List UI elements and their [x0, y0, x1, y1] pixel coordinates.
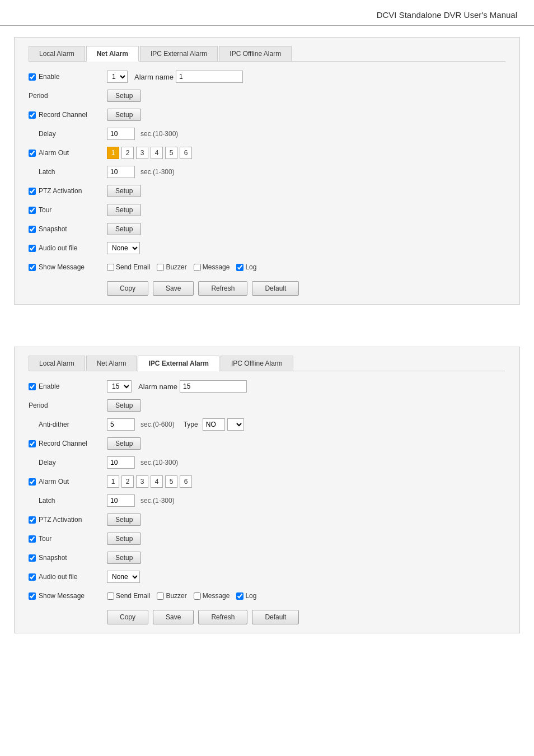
- alarm-out-box2-5[interactable]: 5: [165, 475, 177, 488]
- enable-checkbox-1[interactable]: [29, 73, 36, 81]
- ptz-setup-btn-2[interactable]: Setup: [107, 514, 141, 526]
- refresh-btn-1[interactable]: Refresh: [198, 281, 247, 296]
- alarm-out-box2-2[interactable]: 2: [121, 475, 134, 488]
- panel-2: Local Alarm Net Alarm IPC External Alarm…: [14, 347, 520, 633]
- delay-label-2: Delay: [29, 459, 107, 466]
- snapshot-checkbox-2[interactable]: [29, 554, 36, 562]
- record-channel-setup-btn-1[interactable]: Setup: [107, 109, 141, 121]
- tab-ipc-external-2[interactable]: IPC External Alarm: [138, 356, 219, 371]
- tab-bar-1: Local Alarm Net Alarm IPC External Alarm…: [29, 46, 505, 62]
- alarm-out-box-6[interactable]: 6: [180, 147, 192, 159]
- alarm-out-box2-6[interactable]: 6: [180, 475, 192, 488]
- tab-local-alarm-1[interactable]: Local Alarm: [29, 46, 85, 61]
- tab-net-alarm-1[interactable]: Net Alarm: [86, 46, 139, 62]
- tour-checkbox-2[interactable]: [29, 535, 36, 543]
- enable-content-1: 1 Alarm name: [107, 71, 243, 83]
- buzzer-check-2[interactable]: Buzzer: [157, 592, 186, 600]
- audio-out-checkbox-2[interactable]: [29, 573, 36, 581]
- copy-btn-2[interactable]: Copy: [107, 610, 148, 624]
- action-row-1: Copy Save Refresh Default: [29, 281, 505, 296]
- snapshot-setup-btn-1[interactable]: Setup: [107, 223, 141, 235]
- alarm-out-box-5[interactable]: 5: [165, 147, 177, 159]
- ptz-checkbox-1[interactable]: [29, 188, 36, 195]
- alarm-out-box-2[interactable]: 2: [121, 147, 134, 159]
- delay-input-1[interactable]: [107, 128, 135, 140]
- audio-out-label-1: Audio out file: [29, 244, 107, 252]
- show-message-label-2: Show Message: [29, 592, 107, 600]
- audio-out-content-2: None: [107, 571, 140, 583]
- ptz-setup-btn-1[interactable]: Setup: [107, 185, 141, 197]
- send-email-check-1[interactable]: Send Email: [107, 263, 150, 271]
- alarm-name-input-2[interactable]: [180, 380, 247, 393]
- tab-ipc-offline-2[interactable]: IPC Offline Alarm: [221, 356, 293, 371]
- tab-net-alarm-2[interactable]: Net Alarm: [86, 356, 137, 371]
- audio-out-select-1[interactable]: None: [107, 242, 140, 254]
- send-email-check-2[interactable]: Send Email: [107, 592, 150, 600]
- snapshot-checkbox-1[interactable]: [29, 226, 36, 233]
- alarm-out-content-1: 1 2 3 4 5 6: [107, 147, 192, 159]
- alarm-out-box-1[interactable]: 1: [107, 147, 119, 159]
- save-btn-2[interactable]: Save: [153, 610, 194, 624]
- record-channel-checkbox-1[interactable]: [29, 111, 36, 119]
- alarm-out-box-4[interactable]: 4: [151, 147, 163, 159]
- period-setup-btn-2[interactable]: Setup: [107, 399, 141, 412]
- channel-select-1[interactable]: 1: [107, 71, 128, 83]
- tab-ipc-offline-1[interactable]: IPC Offline Alarm: [219, 46, 292, 61]
- delay-input-2[interactable]: [107, 456, 135, 469]
- audio-out-select-2[interactable]: None: [107, 571, 140, 583]
- header-title-text: DCVI Standalone DVR User's Manual: [377, 10, 517, 20]
- latch-input-1[interactable]: [107, 166, 135, 178]
- alarm-out-box2-4[interactable]: 4: [151, 475, 163, 488]
- default-btn-1[interactable]: Default: [252, 281, 299, 296]
- snapshot-content-2: Setup: [107, 552, 141, 564]
- ptz-checkbox-2[interactable]: [29, 516, 36, 524]
- record-channel-checkbox-2[interactable]: [29, 440, 36, 447]
- log-check-2[interactable]: Log: [236, 592, 256, 600]
- tour-label-1: Tour: [29, 206, 107, 214]
- audio-out-checkbox-1[interactable]: [29, 245, 36, 252]
- tour-setup-btn-1[interactable]: Setup: [107, 204, 141, 216]
- enable-checkbox-2[interactable]: [29, 383, 36, 390]
- latch-input-2[interactable]: [107, 494, 135, 507]
- alarm-out-checkbox-1[interactable]: [29, 150, 36, 157]
- show-message-checkbox-1[interactable]: [29, 264, 36, 271]
- alarm-out-row-2: Alarm Out 1 2 3 4 5 6: [29, 474, 505, 489]
- show-message-checkbox-2[interactable]: [29, 592, 36, 600]
- type-select-2[interactable]: NO: [227, 418, 244, 431]
- tab-bar-2: Local Alarm Net Alarm IPC External Alarm…: [29, 356, 505, 371]
- tour-checkbox-1[interactable]: [29, 207, 36, 214]
- refresh-btn-2[interactable]: Refresh: [198, 610, 247, 624]
- channel-select-2[interactable]: 15: [107, 380, 132, 393]
- alarm-out-box2-1[interactable]: 1: [107, 475, 119, 488]
- default-btn-2[interactable]: Default: [252, 610, 299, 624]
- message-check-2[interactable]: Message: [194, 592, 230, 600]
- alarm-out-checkbox-2[interactable]: [29, 478, 36, 486]
- alarm-out-box-3[interactable]: 3: [136, 147, 148, 159]
- alarm-name-input-1[interactable]: [176, 71, 243, 83]
- tab-ipc-external-1[interactable]: IPC External Alarm: [140, 46, 218, 61]
- anti-dither-row-2: Anti-dither sec.(0-600) Type NO: [29, 417, 505, 432]
- audio-out-row-2: Audio out file None: [29, 570, 505, 584]
- enable-content-2: 15 Alarm name: [107, 380, 247, 393]
- period-content-1: Setup: [107, 90, 141, 102]
- record-channel-row-2: Record Channel Setup: [29, 436, 505, 451]
- snapshot-label-1: Snapshot: [29, 225, 107, 233]
- log-check-1[interactable]: Log: [236, 263, 256, 271]
- ptz-content-1: Setup: [107, 185, 141, 197]
- tour-setup-btn-2[interactable]: Setup: [107, 533, 141, 545]
- audio-out-row-1: Audio out file None: [29, 241, 505, 255]
- tour-row-1: Tour Setup: [29, 203, 505, 217]
- snapshot-setup-btn-2[interactable]: Setup: [107, 552, 141, 564]
- period-setup-btn-1[interactable]: Setup: [107, 90, 141, 102]
- copy-btn-1[interactable]: Copy: [107, 281, 148, 296]
- anti-dither-input-2[interactable]: [107, 418, 135, 431]
- buzzer-check-1[interactable]: Buzzer: [157, 263, 186, 271]
- latch-label-2: Latch: [29, 497, 107, 505]
- save-btn-1[interactable]: Save: [153, 281, 194, 296]
- audio-out-content-1: None: [107, 242, 140, 254]
- tab-local-alarm-2[interactable]: Local Alarm: [29, 356, 85, 371]
- message-check-1[interactable]: Message: [194, 263, 230, 271]
- alarm-out-box2-3[interactable]: 3: [136, 475, 148, 488]
- record-channel-setup-btn-2[interactable]: Setup: [107, 437, 141, 450]
- type-input-2[interactable]: [203, 418, 225, 431]
